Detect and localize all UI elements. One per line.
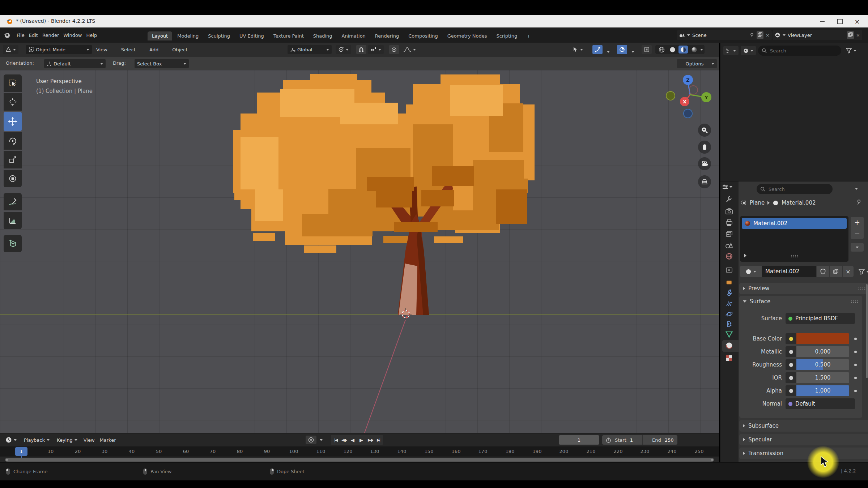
pin-icon[interactable] [856, 200, 862, 205]
breadcrumb-object[interactable]: Plane [750, 200, 765, 206]
remove-material-slot-button[interactable]: − [851, 228, 864, 239]
viewport-menu-select[interactable]: Select [120, 47, 137, 52]
menu-window[interactable]: Window [62, 33, 83, 38]
animate-decorator[interactable] [854, 338, 857, 340]
tab-output-properties[interactable] [725, 219, 733, 228]
breadcrumb-material[interactable]: Material.002 [782, 200, 816, 206]
proportional-editing-button[interactable] [389, 45, 399, 54]
unlink-scene-button[interactable]: × [766, 33, 770, 38]
add-material-slot-button[interactable]: + [851, 217, 864, 228]
tab-shading[interactable]: Shading [309, 31, 337, 40]
shading-dropdown[interactable] [700, 49, 703, 51]
tab-texture-paint[interactable]: Texture Paint [269, 31, 308, 40]
object-types-visibility-dropdown[interactable] [570, 45, 586, 54]
panel-transmission[interactable]: Transmission [739, 448, 868, 459]
gizmo-axis-y[interactable]: Y [701, 92, 711, 102]
tab-collection-properties[interactable] [725, 266, 733, 275]
tab-sculpting[interactable]: Sculpting [204, 31, 234, 40]
gizmo-axis-neg-x[interactable] [666, 91, 675, 100]
tab-physics-properties[interactable] [725, 310, 733, 319]
panel-preview[interactable]: Preview [739, 283, 868, 294]
tab-geometry-nodes[interactable]: Geometry Nodes [443, 31, 492, 40]
keying-menu[interactable]: Keying [54, 435, 80, 445]
new-view-layer-button[interactable] [847, 31, 854, 39]
jump-to-end-button[interactable]: ▶| [375, 436, 382, 444]
panel-specular[interactable]: Specular [739, 434, 868, 445]
pin-icon[interactable] [750, 33, 754, 38]
alpha-socket[interactable] [786, 385, 796, 396]
viewport-menu-add[interactable]: Add [148, 47, 160, 52]
tab-animation[interactable]: Animation [337, 31, 370, 40]
properties-search-input[interactable] [768, 186, 816, 192]
play-reverse-button[interactable]: ◀ [349, 436, 357, 444]
tab-compositing[interactable]: Compositing [404, 31, 442, 40]
panel-subsurface[interactable]: Subsurface [739, 420, 868, 432]
tree-canopy[interactable] [233, 74, 535, 253]
shading-material-preview-button[interactable] [678, 46, 688, 53]
outliner-filter-mode-dropdown[interactable] [723, 46, 739, 55]
editor-type-button[interactable] [3, 45, 18, 54]
tab-world-properties[interactable] [725, 252, 733, 261]
navigation-gizmo[interactable]: Z Y X [660, 74, 719, 125]
outliner-search[interactable] [758, 46, 841, 56]
menu-file[interactable]: File [15, 33, 26, 38]
tab-constraint-properties[interactable] [725, 320, 733, 329]
new-scene-button[interactable] [757, 31, 763, 39]
next-keyframe-button[interactable]: ▶◆ [366, 436, 374, 444]
timeline-menu-view[interactable]: View [82, 437, 96, 443]
viewport-menu-view[interactable]: View [95, 47, 109, 52]
viewport-menu-object[interactable]: Object [171, 47, 189, 52]
gizmo-axis-x[interactable]: X [680, 97, 689, 106]
outliner-filter-dropdown[interactable] [843, 46, 859, 55]
tab-scripting[interactable]: Scripting [492, 31, 522, 40]
slot-list-grip[interactable] [791, 254, 799, 258]
tab-modifier-properties[interactable] [725, 289, 733, 298]
auto-keying-button[interactable] [306, 436, 316, 444]
prev-keyframe-button[interactable]: ◀◆ [340, 436, 348, 444]
snap-toggle-button[interactable] [356, 45, 366, 54]
current-frame-field[interactable]: 1 [559, 435, 599, 445]
normal-input-button[interactable]: Default [786, 398, 855, 409]
metallic-slider[interactable]: 0.000 [796, 346, 849, 357]
tab-modeling[interactable]: Modeling [173, 31, 203, 40]
browse-material-dropdown[interactable] [740, 266, 762, 277]
tab-object-properties[interactable] [725, 278, 733, 287]
show-gizmo-button[interactable] [592, 45, 603, 54]
animate-decorator[interactable] [854, 351, 857, 353]
minimize-button[interactable] [814, 15, 830, 27]
base-color-swatch[interactable] [796, 333, 849, 344]
auto-keying-dropdown[interactable] [320, 439, 323, 441]
timeline-menu-marker[interactable]: Marker [98, 437, 118, 443]
material-filter-dropdown[interactable] [859, 269, 868, 275]
menu-render[interactable]: Render [41, 33, 60, 38]
material-name-field[interactable]: Material.002 [762, 266, 816, 277]
outliner-display-mode-dropdown[interactable] [741, 46, 756, 55]
properties-editor-type-button[interactable] [722, 184, 732, 190]
end-value[interactable]: 250 [665, 437, 674, 443]
show-overlays-button[interactable] [617, 45, 627, 54]
play-button[interactable]: ▶ [357, 436, 365, 444]
surface-shader-button[interactable]: Principled BSDF [786, 313, 855, 324]
timeline-scrollbar[interactable] [5, 458, 714, 462]
unlink-material-button[interactable]: × [843, 266, 854, 277]
gizmo-axis-neg-z[interactable] [684, 109, 692, 118]
pan-view-button[interactable] [698, 141, 711, 154]
panel-surface-header[interactable]: Surface [739, 296, 862, 307]
remove-view-layer-button[interactable]: × [856, 33, 860, 38]
properties-search[interactable] [757, 184, 833, 194]
fake-user-button[interactable] [817, 266, 829, 277]
tab-material-properties[interactable] [725, 342, 733, 351]
slot-specials-arrow[interactable] [744, 254, 746, 257]
tab-particle-properties[interactable] [725, 299, 733, 308]
properties-scrollbar[interactable] [866, 284, 868, 378]
options-dropdown[interactable]: Options [677, 59, 717, 68]
close-button[interactable]: × [849, 15, 865, 27]
pivot-point-dropdown[interactable] [336, 45, 351, 54]
snap-target-dropdown[interactable] [368, 45, 384, 54]
shading-solid-button[interactable] [668, 46, 677, 53]
tab-rendering[interactable]: Rendering [371, 31, 403, 40]
start-value[interactable]: 1 [630, 437, 633, 443]
properties-options-dropdown[interactable] [855, 188, 858, 190]
metallic-socket[interactable] [786, 346, 796, 357]
gizmo-axis-z[interactable]: Z [683, 75, 693, 85]
